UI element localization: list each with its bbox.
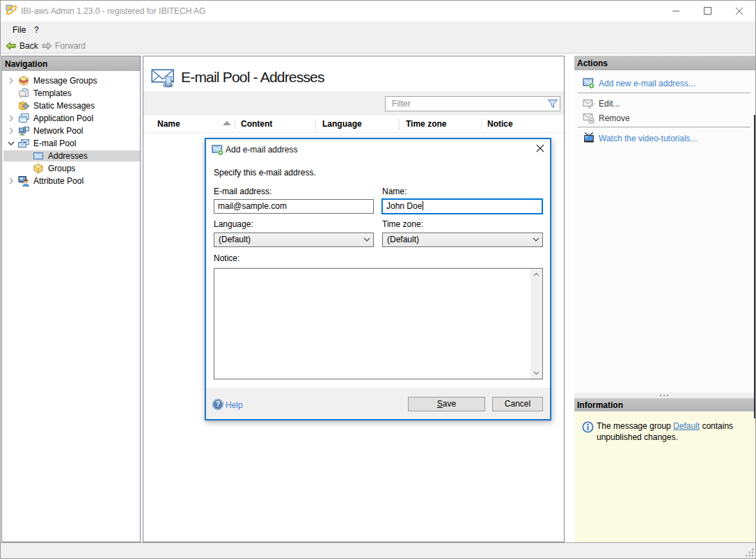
svg-text:?: ? <box>216 400 220 408</box>
